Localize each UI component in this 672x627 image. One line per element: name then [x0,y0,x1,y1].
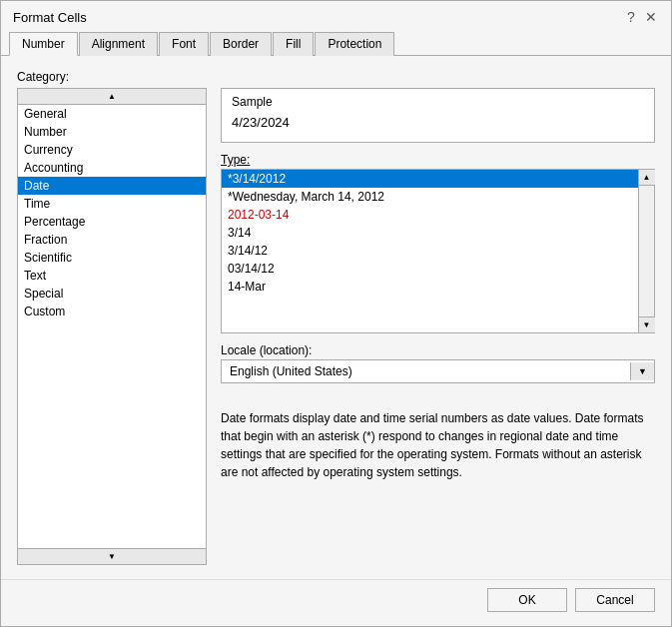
tab-alignment[interactable]: Alignment [79,32,158,56]
locale-select-wrapper[interactable]: English (United States) English (United … [221,359,655,383]
locale-select[interactable]: English (United States) English (United … [222,360,630,382]
category-item-number[interactable]: Number [18,123,206,141]
category-item-date[interactable]: Date [18,177,206,195]
tab-bar: Number Alignment Font Border Fill Protec… [1,25,671,56]
locale-label: Locale (location): [221,343,655,357]
type-section: Type: *3/14/2012 *Wednesday, March 14, 2… [221,153,655,333]
category-item-percentage[interactable]: Percentage [18,213,206,231]
type-list-container[interactable]: *3/14/2012 *Wednesday, March 14, 2012 20… [221,169,655,333]
description-text: Date formats display date and time seria… [221,401,655,489]
type-item-1[interactable]: *Wednesday, March 14, 2012 [222,188,638,206]
category-item-accounting[interactable]: Accounting [18,159,206,177]
type-list[interactable]: *3/14/2012 *Wednesday, March 14, 2012 20… [222,170,638,332]
type-item-4[interactable]: 3/14/12 [222,242,638,260]
type-scrollbar: ▲ ▼ [638,170,654,332]
close-button[interactable]: ✕ [643,9,659,25]
content-area: Category: ▲ General Number Currency Acco… [1,56,671,579]
button-row: OK Cancel [1,579,671,626]
title-bar: Format Cells ? ✕ [1,1,671,25]
category-item-text[interactable]: Text [18,267,206,285]
dialog-title: Format Cells [13,10,87,25]
category-item-fraction[interactable]: Fraction [18,231,206,249]
category-item-currency[interactable]: Currency [18,141,206,159]
category-item-scientific[interactable]: Scientific [18,249,206,267]
category-items-container: General Number Currency Accounting Date … [18,105,206,548]
type-scroll-up[interactable]: ▲ [639,170,655,186]
tab-border[interactable]: Border [210,32,272,56]
format-cells-dialog: Format Cells ? ✕ Number Alignment Font B… [0,0,672,627]
category-item-custom[interactable]: Custom [18,303,206,320]
tab-fill[interactable]: Fill [273,32,314,56]
type-scroll-track [639,186,654,316]
type-item-3[interactable]: 3/14 [222,224,638,242]
cancel-button[interactable]: Cancel [575,588,655,612]
help-button[interactable]: ? [623,9,639,25]
tab-protection[interactable]: Protection [315,32,394,56]
category-scroll-down[interactable]: ▼ [18,548,206,564]
right-panel: Sample 4/23/2024 Type: *3/14/2012 *Wedne… [221,88,655,565]
sample-value: 4/23/2024 [232,113,644,132]
type-label: Type: [221,153,655,167]
title-controls: ? ✕ [623,9,659,25]
category-label: Category: [17,70,655,84]
type-item-5[interactable]: 03/14/12 [222,260,638,278]
type-item-2[interactable]: 2012-03-14 [222,206,638,224]
category-scroll-up[interactable]: ▲ [18,89,206,105]
sample-section: Sample 4/23/2024 [221,88,655,143]
category-item-time[interactable]: Time [18,195,206,213]
category-item-general[interactable]: General [18,105,206,123]
ok-button[interactable]: OK [487,588,567,612]
type-item-0[interactable]: *3/14/2012 [222,170,638,188]
type-scroll-down[interactable]: ▼ [639,316,655,332]
locale-dropdown-arrow[interactable]: ▼ [630,362,654,380]
category-item-special[interactable]: Special [18,285,206,303]
left-panel: ▲ General Number Currency Accounting Dat… [17,88,207,565]
tab-number[interactable]: Number [9,32,78,56]
sample-label: Sample [232,95,644,109]
type-item-6[interactable]: 14-Mar [222,278,638,296]
tab-font[interactable]: Font [159,32,209,56]
locale-section: Locale (location): English (United State… [221,343,655,383]
category-list[interactable]: ▲ General Number Currency Accounting Dat… [17,88,207,565]
main-area: ▲ General Number Currency Accounting Dat… [17,88,655,565]
